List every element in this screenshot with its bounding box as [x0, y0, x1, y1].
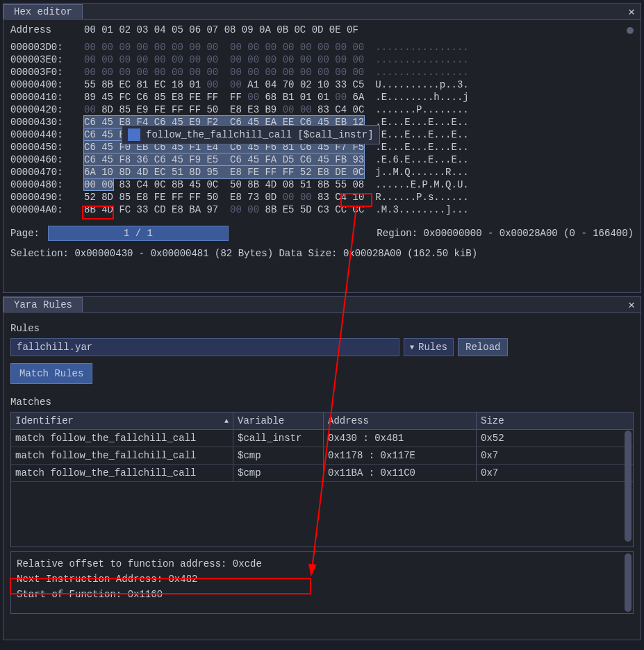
- table-row[interactable]: match follow_the_fallchill_call$call_ins…: [11, 430, 633, 447]
- hex-row[interactable]: 00000420:00 8D 85 E9 FE FF FF 50 E8 E3 B…: [10, 103, 634, 116]
- rules-label: Rules: [10, 323, 634, 334]
- address-header: Address: [10, 24, 84, 35]
- rules-dropdown[interactable]: ▼ Rules: [404, 338, 454, 356]
- scroll-indicator: [627, 27, 634, 34]
- hex-row[interactable]: 000003D0:00 00 00 00 00 00 00 00 00 00 0…: [10, 41, 634, 53]
- dropdown-label: Rules: [418, 342, 447, 353]
- scrollbar[interactable]: [625, 431, 631, 542]
- hex-header: Address 00 01 02 03 04 05 06 07 08 09 0A…: [3, 20, 641, 40]
- match-info-box: Relative offset to function address: 0xc…: [10, 551, 634, 614]
- hex-body[interactable]: 000003D0:00 00 00 00 00 00 00 00 00 00 0…: [3, 40, 641, 222]
- hex-row[interactable]: 000003F0:00 00 00 00 00 00 00 00 00 00 0…: [10, 66, 634, 78]
- close-icon[interactable]: ✕: [628, 298, 635, 312]
- hex-row[interactable]: 00000470:6A 10 8D 4D EC 51 8D 95 E8 FE F…: [10, 166, 634, 178]
- hex-row[interactable]: 00000490:52 8D 85 E8 FE FF FF 50 E8 73 0…: [10, 191, 634, 203]
- chevron-down-icon: ▼: [410, 344, 414, 351]
- col-size[interactable]: Size: [477, 412, 633, 429]
- match-tooltip: follow_the_fallchill_call [$call_instr]: [122, 125, 380, 144]
- hex-row[interactable]: 00000410:89 45 FC C6 85 E8 FE FF FF 00 6…: [10, 91, 634, 103]
- yara-panel: Yara Rules ✕ Rules ▼ Rules Reload Match …: [3, 296, 641, 640]
- info-start-function: Start of Function: 0x1160: [17, 587, 627, 602]
- matches-table: Identifier ▲ Variable Address Size match…: [10, 412, 634, 547]
- table-row[interactable]: match follow_the_fallchill_call$cmp0x11B…: [11, 465, 633, 482]
- matches-header: Identifier ▲ Variable Address Size: [11, 412, 633, 430]
- region-text: Region: 0x00000000 - 0x00028A00 (0 - 166…: [377, 228, 634, 239]
- tooltip-swatch: [128, 128, 140, 141]
- info-next-instruction: Next Instruction Address: 0x482: [17, 572, 627, 587]
- rules-file-input[interactable]: [10, 338, 399, 356]
- info-relative-offset: Relative offset to function address: 0xc…: [17, 556, 627, 572]
- selection-status: Selection: 0x00000430 - 0x00000481 (82 B…: [3, 245, 641, 266]
- sort-indicator-icon: ▲: [224, 417, 229, 425]
- hex-row[interactable]: 000003E0:00 00 00 00 00 00 00 00 00 00 0…: [10, 53, 634, 66]
- col-variable[interactable]: Variable: [233, 412, 324, 429]
- hex-editor-tab[interactable]: Hex editor: [3, 4, 83, 19]
- match-rules-button[interactable]: Match Rules: [10, 363, 92, 384]
- table-row[interactable]: match follow_the_fallchill_call$cmp0x117…: [11, 447, 633, 465]
- tooltip-text: follow_the_fallchill_call [$call_instr]: [146, 128, 374, 141]
- rules-input-row: ▼ Rules Reload: [10, 338, 634, 356]
- reload-button[interactable]: Reload: [458, 338, 508, 356]
- yara-tab-row: Yara Rules ✕: [3, 297, 641, 313]
- bytes-header: 00 01 02 03 04 05 06 07 08 09 0A 0B 0C 0…: [84, 24, 358, 35]
- col-address[interactable]: Address: [324, 412, 477, 429]
- hex-row[interactable]: 000004A0:8B 4D FC 33 CD E8 BA 97 00 00 8…: [10, 203, 634, 216]
- yara-tab[interactable]: Yara Rules: [3, 297, 83, 312]
- page-row: Page: 1 / 1 Region: 0x00000000 - 0x00028…: [3, 222, 641, 245]
- scrollbar[interactable]: [625, 553, 631, 612]
- hex-editor-panel: Hex editor ✕ Address 00 01 02 03 04 05 0…: [3, 3, 641, 293]
- matches-label: Matches: [10, 397, 634, 408]
- hex-row[interactable]: 00000480:00 00 83 C4 0C 8B 45 0C 50 8B 4…: [10, 178, 634, 191]
- hex-tab-row: Hex editor ✕: [3, 3, 641, 20]
- page-label: Page:: [10, 228, 40, 239]
- col-identifier[interactable]: Identifier ▲: [11, 412, 233, 429]
- hex-row[interactable]: 00000400:55 8B EC 81 EC 18 01 00 00 A1 0…: [10, 78, 634, 91]
- hex-row[interactable]: 00000460:C6 45 F8 36 C6 45 F9 E5 C6 45 F…: [10, 153, 634, 166]
- close-icon[interactable]: ✕: [628, 5, 635, 19]
- yara-body: Rules ▼ Rules Reload Match Rules Matches…: [3, 313, 641, 619]
- page-indicator[interactable]: 1 / 1: [48, 226, 229, 241]
